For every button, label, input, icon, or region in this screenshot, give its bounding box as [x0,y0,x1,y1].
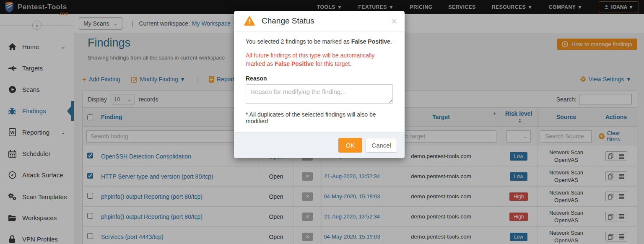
change-status-modal: Change Status × You selected 2 findings … [234,11,405,158]
reason-label: Reason [246,75,393,82]
close-icon[interactable]: × [391,16,397,26]
modal-body: You selected 2 findings to be marked as … [234,31,405,132]
duplicates-note: * All duplicates of the selected finding… [246,111,393,125]
selected-findings-text: You selected 2 findings to be marked as … [246,37,393,46]
warning-triangle-icon [244,16,255,26]
future-findings-warning-text: All future findings of this type will be… [246,51,393,68]
cancel-button[interactable]: Cancel [366,138,397,153]
ok-button[interactable]: OK [338,138,363,153]
reason-textarea[interactable] [246,84,393,104]
modal-title: Change Status [262,16,314,26]
modal-header: Change Status × [234,11,405,31]
modal-footer: OK Cancel [234,132,405,158]
app: Pentest-Tools .com TOOLS ▼ FEATURES ▼ PR… [0,0,644,244]
